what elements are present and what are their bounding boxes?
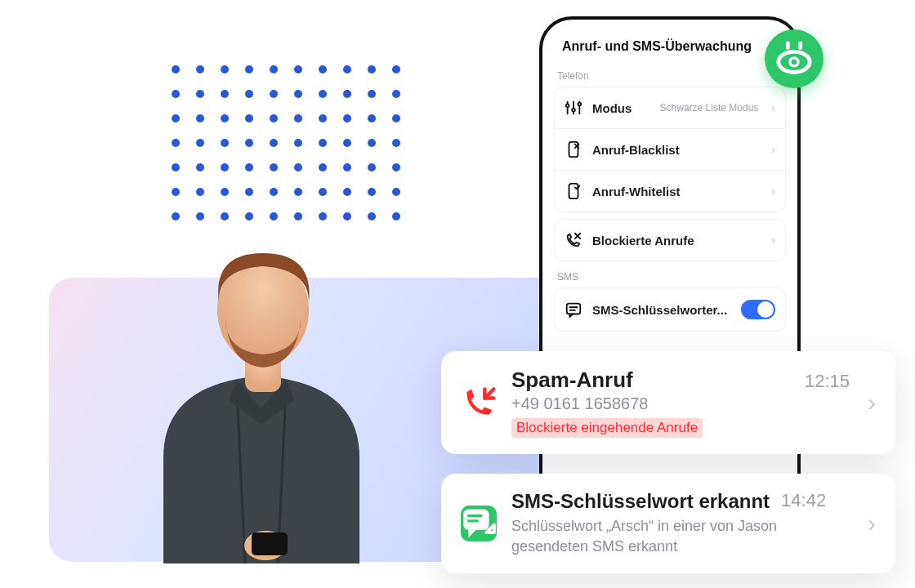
- svg-rect-3: [252, 532, 288, 555]
- blocked-calls-row[interactable]: Blockierte Anrufe ›: [555, 220, 785, 261]
- sliders-icon: [565, 99, 582, 117]
- chevron-right-icon: ›: [771, 185, 775, 198]
- person-photo: [123, 212, 400, 564]
- telefon-menu: Modus Schwarze Liste Modus › Anruf-Black…: [554, 87, 786, 212]
- decorative-dots: [172, 65, 400, 220]
- svg-point-22: [792, 59, 797, 65]
- section-label-telefon: Telefon: [557, 70, 783, 82]
- whitelist-label: Anruf-Whitelist: [592, 185, 761, 198]
- sms-content: SMS-Schlüsselwort erkannt 14:42 Schlüsse…: [511, 490, 850, 557]
- svg-rect-11: [569, 142, 578, 157]
- sms-keywords-toggle[interactable]: [741, 300, 775, 319]
- chevron-right-icon: ›: [868, 510, 876, 537]
- phone-header: Anruf- und SMS-Überwachung: [554, 36, 786, 60]
- chevron-right-icon: ›: [868, 389, 876, 416]
- spam-badge: Blockierte eingehende Anrufe: [511, 418, 703, 438]
- sms-desc: Schlüsselwort „Arsch“ in einer von Jason…: [511, 516, 822, 557]
- sms-keywords-label: SMS-Schlüsselworter...: [592, 303, 731, 317]
- blocked-calls-card: Blockierte Anrufe ›: [554, 219, 786, 261]
- sms-keywords-row[interactable]: SMS-Schlüsselworter...: [555, 288, 785, 331]
- blocked-label: Blockierte Anrufe: [592, 234, 761, 247]
- sms-title: SMS-Schlüsselwort erkannt: [511, 490, 770, 513]
- chevron-right-icon: ›: [771, 234, 775, 247]
- mode-value: Schwarze Liste Modus: [660, 102, 759, 114]
- mode-row[interactable]: Modus Schwarze Liste Modus ›: [555, 87, 785, 129]
- svg-point-10: [578, 103, 582, 106]
- mode-label: Modus: [592, 101, 650, 115]
- whitelist-row[interactable]: Anruf-Whitelist ›: [555, 171, 785, 212]
- chevron-right-icon: ›: [771, 101, 775, 114]
- incoming-call-icon: [461, 385, 497, 421]
- phone-check-icon: [565, 182, 582, 200]
- sms-time: 14:42: [781, 490, 826, 511]
- spam-number: +49 0161 1658678: [511, 394, 790, 413]
- message-icon: [565, 301, 582, 318]
- chevron-right-icon: ›: [771, 143, 775, 156]
- svg-rect-17: [567, 304, 581, 314]
- sms-keywords-card: SMS-Schlüsselworter...: [554, 287, 786, 332]
- svg-point-6: [566, 104, 569, 107]
- phone-title: Anruf- und SMS-Überwachung: [562, 39, 752, 54]
- spam-call-notification[interactable]: Spam-Anruf +49 0161 1658678 Blockierte e…: [441, 351, 895, 454]
- svg-rect-24: [463, 510, 489, 530]
- phone-block-icon: [565, 140, 582, 158]
- phone-frame: Anruf- und SMS-Überwachung Telefon Modus…: [539, 16, 801, 539]
- call-blocked-icon: [565, 231, 582, 249]
- svg-point-8: [572, 109, 575, 112]
- spam-time: 12:15: [805, 371, 850, 392]
- blacklist-row[interactable]: Anruf-Blacklist ›: [555, 129, 785, 171]
- spam-title: Spam-Anruf: [511, 368, 790, 393]
- sms-keyword-notification[interactable]: SMS-Schlüsselwort erkannt 14:42 Schlüsse…: [441, 474, 895, 573]
- spam-content: Spam-Anruf +49 0161 1658678 Blockierte e…: [511, 368, 790, 438]
- svg-rect-14: [569, 184, 578, 198]
- blacklist-label: Anruf-Blacklist: [592, 143, 761, 157]
- section-label-sms: SMS: [557, 271, 783, 283]
- app-badge: [765, 29, 824, 88]
- sms-incoming-icon: [461, 506, 497, 541]
